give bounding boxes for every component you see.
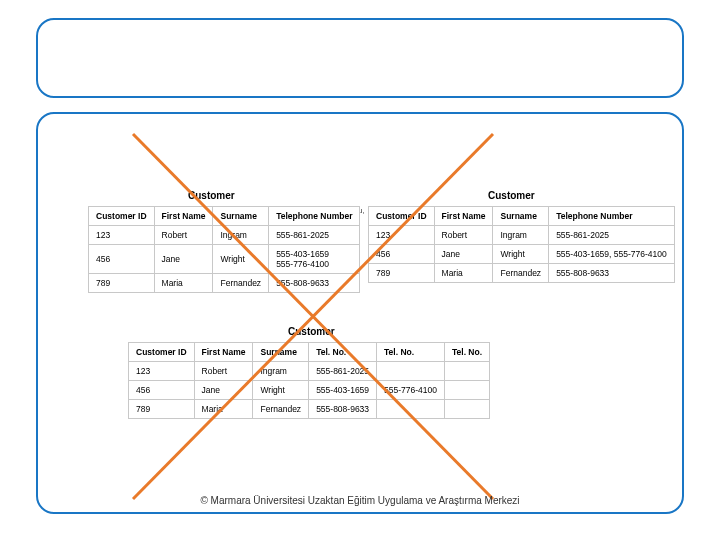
table-cell [445,362,490,381]
column-header: Telephone Number [549,207,675,226]
table-cell: Wright [213,245,269,274]
table-cell: 555-776-4100 [377,381,445,400]
caption-bottom: Customer [288,326,335,337]
table-cell: 789 [89,274,155,293]
column-header: First Name [194,343,253,362]
table-cell: 123 [369,226,435,245]
table-cell: Robert [154,226,213,245]
table-cell: Fernandez [493,264,549,283]
table-cell: 555-861-2025 [309,362,377,381]
table-row: 123RobertIngram555-861-2025 [369,226,675,245]
table-cell: 555-403-1659555-776-4100 [269,245,360,274]
table-cell [445,400,490,419]
table-left: Customer IDFirst NameSurnameTelephone Nu… [88,206,360,293]
table-cell [377,362,445,381]
table-cell: 555-861-2025 [549,226,675,245]
column-header: Customer ID [369,207,435,226]
table-cell: Wright [253,381,309,400]
table-cell: 456 [129,381,195,400]
table-cell: 555-861-2025 [269,226,360,245]
table-cell: Ingram [253,362,309,381]
column-header: Customer ID [129,343,195,362]
table-cell: Fernandez [253,400,309,419]
table-cell: 555-808-9633 [309,400,377,419]
table-cell: Jane [434,245,493,264]
table-cell: 555-403-1659, 555-776-4100 [549,245,675,264]
table-cell [445,381,490,400]
table-cell: 789 [129,400,195,419]
column-header: Tel. No. [309,343,377,362]
svg-line-1 [133,134,493,499]
column-header: Tel. No. [377,343,445,362]
top-panel [36,18,684,98]
svg-line-0 [133,134,493,499]
table-row: 789MariaFernandez555-808-9633 [89,274,360,293]
table-cell: 456 [369,245,435,264]
table-cell: Robert [434,226,493,245]
table-cell: 789 [369,264,435,283]
table-cell: 555-808-9633 [549,264,675,283]
table-row: 456JaneWright555-403-1659, 555-776-4100 [369,245,675,264]
column-header: Customer ID [89,207,155,226]
table-cell: Ingram [493,226,549,245]
footer-text: © Marmara Üniversitesi Uzaktan Eğitim Uy… [38,495,682,506]
table-right: Customer IDFirst NameSurnameTelephone Nu… [368,206,675,283]
column-header: Surname [493,207,549,226]
table-cell: Maria [434,264,493,283]
table-cell: Fernandez [213,274,269,293]
caption-right: Customer [488,190,535,201]
cross-overlay [38,114,686,516]
table-row: 123RobertIngram555-861-2025 [89,226,360,245]
table-cell: Wright [493,245,549,264]
table-row: 456JaneWright555-403-1659555-776-4100 [89,245,360,274]
bottom-panel: u u, Customer Customer Customer Customer… [36,112,684,514]
column-header: Tel. No. [445,343,490,362]
column-header: First Name [434,207,493,226]
column-header: Surname [213,207,269,226]
table-cell: 456 [89,245,155,274]
table-row: 789MariaFernandez555-808-9633 [129,400,490,419]
table-cell: Robert [194,362,253,381]
column-header: Surname [253,343,309,362]
table-cell: 123 [129,362,195,381]
column-header: Telephone Number [269,207,360,226]
table-cell: 555-808-9633 [269,274,360,293]
table-cell: Maria [194,400,253,419]
table-cell: Jane [154,245,213,274]
table-cell: Maria [154,274,213,293]
table-row: 456JaneWright555-403-1659555-776-4100 [129,381,490,400]
caption-left: Customer [188,190,235,201]
table-cell: Jane [194,381,253,400]
table-row: 123RobertIngram555-861-2025 [129,362,490,381]
table-row: 789MariaFernandez555-808-9633 [369,264,675,283]
table-cell: 123 [89,226,155,245]
table-bottom: Customer IDFirst NameSurnameTel. No.Tel.… [128,342,490,419]
table-cell: 555-403-1659 [309,381,377,400]
table-cell: Ingram [213,226,269,245]
column-header: First Name [154,207,213,226]
table-cell [377,400,445,419]
